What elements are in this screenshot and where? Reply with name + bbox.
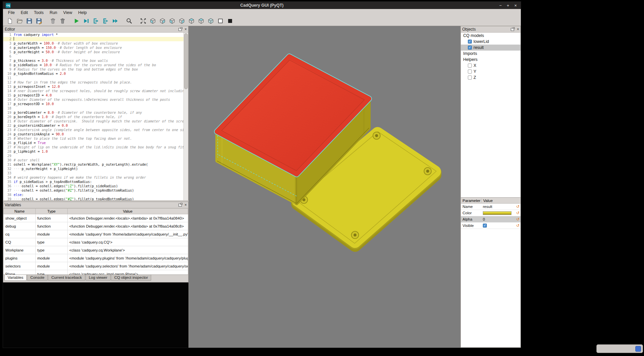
param-row-visible[interactable]: Visible✓↺ bbox=[461, 223, 520, 229]
column-header-name[interactable]: Name bbox=[4, 209, 36, 214]
column-header-value[interactable]: Value bbox=[68, 209, 188, 214]
table-cell[interactable]: <class 'cadquery.occ_impl.geom.Plane'> bbox=[68, 270, 188, 275]
menu-file[interactable]: File bbox=[5, 10, 18, 16]
lowerlid-checkbox[interactable]: ✓ bbox=[468, 40, 472, 44]
menu-run[interactable]: Run bbox=[47, 10, 60, 16]
view-top-icon[interactable] bbox=[187, 17, 196, 25]
table-row[interactable]: debugfunction<function Debugger.render.<… bbox=[4, 222, 188, 230]
step-into-icon[interactable] bbox=[92, 17, 100, 25]
save-as-icon[interactable] bbox=[35, 17, 43, 25]
z-checkbox[interactable] bbox=[468, 76, 472, 80]
table-cell[interactable]: CQ bbox=[4, 238, 36, 246]
view-back-icon[interactable] bbox=[158, 17, 167, 25]
code-line[interactable]: 26p_flipLid = True bbox=[3, 141, 183, 145]
console-panel[interactable] bbox=[3, 282, 188, 348]
scrollbar-thumb[interactable] bbox=[184, 33, 188, 89]
table-row[interactable]: show_objectfunction<function Debugger.re… bbox=[4, 214, 188, 222]
tree-item-result[interactable]: ✓result bbox=[461, 45, 520, 51]
table-cell[interactable]: <class 'cadquery.cq.CQ'> bbox=[68, 238, 188, 246]
menu-edit[interactable]: Edit bbox=[18, 10, 31, 16]
tab-log-viewer[interactable]: Log viewer bbox=[86, 275, 111, 281]
param-row-name[interactable]: Nameresult↺ bbox=[461, 204, 520, 210]
param-row-color[interactable]: Color↺ bbox=[461, 210, 520, 216]
table-cell[interactable]: selectors bbox=[4, 262, 36, 270]
table-row[interactable]: selectorsmodule<module 'cadquery.selecto… bbox=[4, 262, 188, 270]
code-line[interactable]: 11 bbox=[3, 76, 183, 80]
table-row[interactable]: CQtype<class 'cadquery.cq.CQ'> bbox=[4, 238, 188, 246]
color-swatch[interactable] bbox=[483, 211, 511, 215]
float-panel-icon[interactable] bbox=[178, 27, 182, 32]
close-panel-icon[interactable]: × bbox=[184, 27, 187, 31]
table-cell[interactable]: <module 'cadquery' from '/home/adam/cadq… bbox=[68, 230, 188, 238]
save-icon[interactable] bbox=[25, 17, 34, 25]
wireframe-icon[interactable] bbox=[216, 17, 225, 25]
code-line[interactable]: 28p_lipHeight = 1.0 bbox=[3, 149, 183, 154]
table-cell[interactable]: debug bbox=[4, 222, 36, 230]
table-cell[interactable]: <module 'cadquery.plugins' from '/home/a… bbox=[68, 254, 188, 262]
viewport-3d[interactable]: Z Y X bbox=[188, 26, 461, 348]
code-line[interactable]: 34# weird geometry happens if we make th… bbox=[3, 175, 183, 180]
viewport-canvas[interactable]: Z Y X bbox=[189, 26, 460, 348]
tab-cq-object-inspector[interactable]: CQ object inspector bbox=[111, 275, 151, 281]
reset-icon[interactable]: ↺ bbox=[516, 224, 519, 228]
tab-console[interactable]: Console bbox=[27, 275, 48, 281]
float-panel-icon[interactable] bbox=[178, 203, 182, 207]
param-value[interactable] bbox=[482, 211, 520, 215]
float-panel-icon[interactable] bbox=[510, 27, 515, 32]
open-icon[interactable] bbox=[15, 17, 24, 25]
trash-icon[interactable] bbox=[58, 17, 67, 25]
table-cell[interactable]: show_object bbox=[4, 214, 36, 222]
code-line[interactable]: 29 bbox=[3, 154, 183, 158]
menu-tools[interactable]: Tools bbox=[31, 10, 47, 16]
view-left-icon[interactable] bbox=[168, 17, 176, 25]
code-line[interactable]: 6 bbox=[3, 54, 183, 59]
tab-variables[interactable]: Variables bbox=[4, 275, 27, 281]
code-line[interactable]: 17p_screwpostOD = 10.0 bbox=[3, 102, 183, 106]
code-line[interactable]: 19p_boreDiameter = 8.0··# Diameter of th… bbox=[3, 110, 183, 115]
code-line[interactable]: 37····oshell = oshell.edges("#Z").fillet… bbox=[3, 188, 183, 193]
code-line[interactable]: 14# nner Diameter of the screwpost holes… bbox=[3, 89, 183, 93]
table-cell[interactable]: type bbox=[36, 270, 68, 275]
tree-item-y[interactable]: Y bbox=[461, 69, 520, 75]
table-row[interactable]: Workplanetype<class 'cadquery.cq.Workpla… bbox=[4, 246, 188, 254]
fit-all-icon[interactable] bbox=[139, 17, 148, 25]
table-cell[interactable]: type bbox=[36, 246, 68, 254]
code-line[interactable]: 31oshell = Workplane("XY").rect(p_outerW… bbox=[3, 162, 183, 167]
reset-icon[interactable]: ↺ bbox=[516, 217, 519, 221]
param-value[interactable]: ✓ bbox=[482, 224, 520, 228]
debug-icon[interactable] bbox=[82, 17, 91, 25]
code-line[interactable]: 36····oshell = oshell.edges("|Z").fillet… bbox=[3, 184, 183, 188]
table-cell[interactable]: module bbox=[36, 262, 68, 270]
view-iso-icon[interactable] bbox=[206, 17, 215, 25]
editor-scrollbar[interactable] bbox=[183, 33, 188, 200]
code-line[interactable]: 10p_topAndBottomRadius = 2.0 bbox=[3, 72, 183, 76]
continue-icon[interactable] bbox=[111, 17, 120, 25]
code-line[interactable]: 2 bbox=[3, 37, 183, 41]
code-line[interactable]: 25# Whether to place the lid with the to… bbox=[3, 136, 183, 141]
code-line[interactable]: 32····p_outerHeight + p_lipHeight) bbox=[3, 167, 183, 171]
view-front-icon[interactable] bbox=[149, 17, 157, 25]
code-line[interactable]: 15p_screwpostID = 4.0 bbox=[3, 93, 183, 97]
code-line[interactable]: 9# Radius for the curves on the top and … bbox=[3, 67, 183, 72]
code-line[interactable]: 27# Height of lip on the underside of th… bbox=[3, 145, 183, 149]
column-header-type[interactable]: Type bbox=[36, 209, 68, 214]
step-over-icon[interactable] bbox=[101, 17, 110, 25]
code-line[interactable]: 7p_thickness = 3.0··# Thickness of the b… bbox=[3, 59, 183, 63]
table-cell[interactable]: <class 'cadquery.cq.Workplane'> bbox=[68, 246, 188, 254]
code-line[interactable]: 39····oshell = oshell.edges("#Z").fillet… bbox=[3, 197, 183, 200]
table-cell[interactable]: Plane bbox=[4, 270, 36, 275]
code-line[interactable]: 33 bbox=[3, 171, 183, 175]
close-button[interactable]: × bbox=[514, 3, 517, 8]
tree-item-imports[interactable]: Imports bbox=[461, 51, 520, 57]
code-line[interactable]: 35if p_sideRadius > p_topAndBottomRadius… bbox=[3, 180, 183, 184]
code-line[interactable]: 1from cadquery import * bbox=[3, 33, 183, 37]
tree-item-x[interactable]: X bbox=[461, 63, 520, 69]
tree-item-cq-models[interactable]: CQ models bbox=[461, 33, 520, 39]
param-value[interactable]: result bbox=[482, 205, 520, 209]
tree-item-helpers[interactable]: Helpers bbox=[461, 57, 520, 63]
table-cell[interactable]: plugins bbox=[4, 254, 36, 262]
tree-item-lowerlid[interactable]: ✓lowerLid bbox=[461, 39, 520, 45]
code-line[interactable]: 21# Outer diameter of countersink. Shoul… bbox=[3, 119, 183, 123]
code-line[interactable]: 3p_outerWidth = 100.0··# Outer width of … bbox=[3, 41, 183, 46]
close-panel-icon[interactable]: × bbox=[517, 27, 519, 31]
